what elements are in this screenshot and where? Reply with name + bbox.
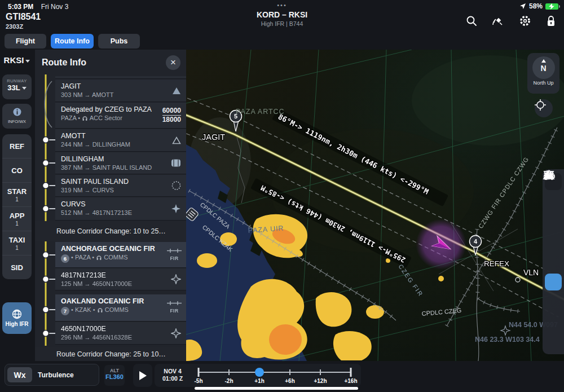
globe-icon xyxy=(12,309,22,319)
waypoint-row-curvs[interactable]: CURVS 512 NM → 4817N17213E xyxy=(55,197,186,221)
airport-selector[interactable]: RKSI xyxy=(0,55,34,65)
waypoint-row-4817n[interactable]: 4817N17213E 125 NM → 4650N17000E xyxy=(55,268,186,290)
time-slider-thumb[interactable] xyxy=(255,368,264,377)
play-animation-button[interactable] xyxy=(133,364,152,387)
tick-label: +6h xyxy=(285,378,295,384)
row-subtitle: 512 NM → 4817N17213E xyxy=(61,209,182,216)
waypoint-row-saint-paul-island[interactable]: SAINT PAUL ISLAND 319 NM → CURVS xyxy=(55,175,186,197)
fir-icon-label: FIR xyxy=(166,308,182,314)
waypoint-row-dillingham[interactable]: DILLINGHAM 387 NM → SAINT PAUL ISLAND xyxy=(55,152,186,174)
fix-star-icon xyxy=(171,204,181,214)
info-wx-button[interactable]: INFO/WX xyxy=(2,104,32,129)
app-window: 5:03 PM Fri Nov 3 ••• 58% GTI8541 2303Z … xyxy=(0,0,564,392)
row-title: 4650N17000E xyxy=(61,325,182,333)
map-mode-button[interactable]: High IFR xyxy=(2,302,32,334)
chevron-down-icon xyxy=(22,87,27,90)
tick-label: +1h xyxy=(254,378,265,384)
cpdlc-czeg-label: CPDLC CZEG xyxy=(421,307,462,317)
fir-sequence-badge: 7 xyxy=(61,307,69,315)
active-layer-label[interactable]: Turbulence xyxy=(38,371,74,379)
row-title: 4817N17213E xyxy=(61,271,182,279)
sidebar-item-taxi[interactable]: TAXI 1 xyxy=(2,231,32,256)
fix-star-icon xyxy=(171,274,181,284)
corridor-note: Route Corridor Change: 10 to 25… xyxy=(56,227,166,235)
altitude-lower: 18000 xyxy=(162,116,181,124)
alt-value: FL360 xyxy=(104,373,125,380)
waypoint-pin-4[interactable]: 4 xyxy=(470,236,482,256)
row-sub-prefix: • KZAK • xyxy=(71,306,95,313)
row-title: ANCHORAGE OCEANIC FIR xyxy=(61,245,182,253)
sidebar-item-star[interactable]: STAR 1 xyxy=(2,183,32,207)
lock-icon[interactable] xyxy=(546,15,556,27)
tab-pubs[interactable]: Pubs xyxy=(98,34,140,49)
tab-route-info[interactable]: Route Info xyxy=(51,34,94,49)
fir-sequence-badge: 6 xyxy=(61,254,69,263)
wx-button[interactable]: Wx xyxy=(7,367,32,382)
runway-selector[interactable]: RUNWAY 33L xyxy=(2,74,32,99)
procedure-buttons: REF CO STAR 1 APP 1 TAXI 1 SID xyxy=(2,134,32,279)
collapse-toolbar-button[interactable] xyxy=(545,333,562,350)
row-subtitle: 387 NM → SAINT PAUL ISLAND xyxy=(61,164,182,171)
terrain-layers-button[interactable] xyxy=(545,274,562,290)
tab-flight[interactable]: Flight xyxy=(5,34,46,49)
search-icon[interactable] xyxy=(466,15,477,27)
route-timeline-gutter xyxy=(35,50,55,361)
sid-label: SID xyxy=(11,263,23,272)
corridor-note: Route Corridor Change: 25 to 10… xyxy=(56,350,166,358)
altitude-upper: 60000 xyxy=(162,107,181,116)
row-title: DILLINGHAM xyxy=(61,155,182,163)
compass-north-letter: N xyxy=(532,64,555,73)
audio-button[interactable] xyxy=(545,293,562,310)
battery-icon xyxy=(545,3,558,10)
waypoint-down-button[interactable] xyxy=(545,233,562,250)
tick-label: -5h xyxy=(195,378,203,384)
vln-waypoint-symbol[interactable] xyxy=(515,278,520,282)
sidebar-item-sid[interactable]: SID xyxy=(2,256,32,279)
fir-boundary-icon: FIR xyxy=(166,245,182,261)
co-label: CO xyxy=(11,166,23,175)
home-indicator[interactable] xyxy=(195,387,358,390)
fir-row-oakland[interactable]: OAKLAND OCEANIC FIR 7 • KZAK • COMMS FIR xyxy=(55,294,186,321)
annotate-button[interactable] xyxy=(545,193,562,210)
vor-icon xyxy=(171,181,181,191)
gear-icon[interactable] xyxy=(519,15,531,27)
waypoint-row-amott[interactable]: AMOTT 244 NM → DILLINGHAM xyxy=(55,129,186,152)
row-title: CURVS xyxy=(61,200,182,208)
star-label: STAR xyxy=(7,187,27,196)
fir-row-anchorage[interactable]: ANCHORAGE OCEANIC FIR 6 • PAZA • COMMS F… xyxy=(55,242,186,268)
close-panel-button[interactable]: × xyxy=(166,55,180,70)
triangle-filled-icon xyxy=(172,87,181,95)
map-mode-label: High IFR xyxy=(5,321,28,327)
svg-text:4: 4 xyxy=(474,238,478,245)
triangle-outline-icon xyxy=(172,136,181,144)
fir-boundary-icon: FIR xyxy=(166,298,182,314)
delegation-row[interactable]: Delegated by CZEG to PAZA PAZA • ACC Sec… xyxy=(55,103,186,129)
taxi-label: TAXI xyxy=(9,236,25,244)
map-view[interactable]: 86°M-> 1119nm, 2h30m (446 kts) <-299°M 2… xyxy=(186,50,564,361)
sidebar-item-co[interactable]: CO xyxy=(2,158,32,183)
tab-pubs-label: Pubs xyxy=(111,37,128,45)
vln-label[interactable]: VLN xyxy=(523,268,539,277)
north-up-button[interactable]: N North Up xyxy=(527,53,559,94)
location-arrow-icon xyxy=(519,3,526,10)
alt-label: ALT xyxy=(104,368,125,373)
time-slider-panel: NOV 4 01:00 Z -5h -2h +1h +6h +12h +16h xyxy=(155,364,361,387)
weather-layer-group: Wx Turbulence xyxy=(5,364,99,386)
radio-button[interactable] xyxy=(545,253,562,270)
waypoint-row-4650n[interactable]: 4650N17000E 296 NM → 4456N16328E xyxy=(55,322,186,345)
refex-label[interactable]: REFEX xyxy=(484,259,509,268)
sidebar-item-ref[interactable]: REF xyxy=(2,134,32,158)
altitude-block: 60000 18000 xyxy=(162,107,181,124)
jagit-label[interactable]: JAGIT xyxy=(202,133,225,142)
altitude-filter-button[interactable]: ALT FL360 xyxy=(104,365,125,386)
waypoint-up-button[interactable] xyxy=(545,213,562,230)
center-target-button[interactable] xyxy=(535,99,553,117)
waypoint-row-jagit[interactable]: JAGIT 303 NM → AMOTT xyxy=(55,80,186,102)
sidebar-item-app[interactable]: APP 1 xyxy=(2,207,32,231)
row-subtitle: 244 NM → DILLINGHAM xyxy=(61,141,182,148)
gauge-button[interactable] xyxy=(545,314,562,331)
runway-label: RUNWAY xyxy=(2,78,32,83)
headset-icon xyxy=(97,307,103,312)
partial-row xyxy=(55,76,186,79)
satellite-icon[interactable] xyxy=(492,15,504,27)
